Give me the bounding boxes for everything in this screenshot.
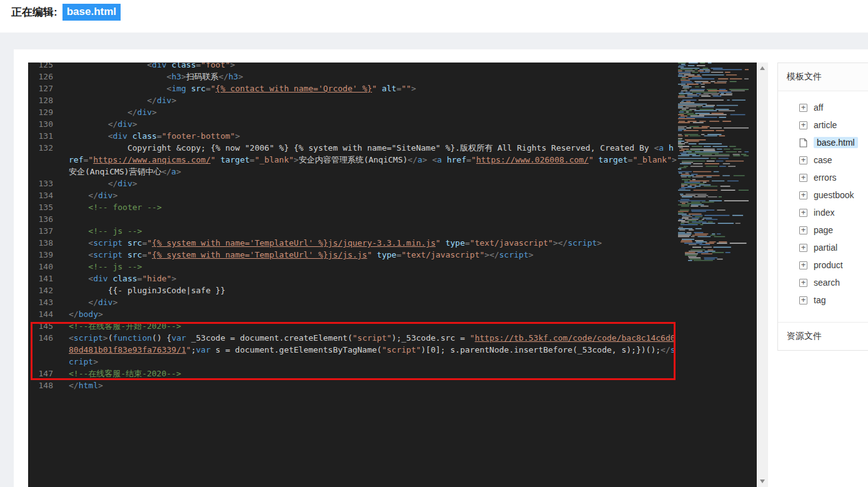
code-line: 138 <script src="{% system with name='Te…: [28, 237, 757, 249]
sidebar-item-aff[interactable]: aff: [778, 99, 868, 116]
sidebar-item-errors[interactable]: errors: [778, 169, 868, 186]
line-number: 127: [28, 83, 53, 94]
code-line: 134 </div>: [28, 189, 757, 201]
line-number: 131: [28, 130, 53, 142]
expand-plus-icon[interactable]: [799, 191, 807, 199]
file-icon: [799, 138, 807, 148]
file-label[interactable]: partial: [814, 243, 837, 253]
code-text: </div>: [69, 296, 678, 308]
code-text: <div class="foot">: [69, 63, 678, 71]
code-line: 146<script>(function() {var _53code = do…: [28, 332, 757, 368]
expand-plus-icon[interactable]: [799, 121, 807, 129]
sidebar-item-guestbook[interactable]: guestbook: [778, 186, 868, 204]
line-number: 135: [28, 201, 53, 213]
file-label[interactable]: search: [814, 278, 840, 288]
line-number: 146: [28, 332, 53, 368]
expand-plus-icon[interactable]: [799, 279, 807, 287]
line-number: 141: [28, 273, 53, 284]
expand-plus-icon[interactable]: [799, 156, 807, 164]
template-file-list: affarticlebase.htmlcaseerrorsguestbookin…: [778, 99, 868, 309]
line-number: 125: [28, 63, 53, 71]
file-label[interactable]: product: [814, 260, 843, 270]
expand-plus-icon[interactable]: [799, 226, 807, 234]
expand-plus-icon[interactable]: [799, 244, 807, 252]
sidebar-item-search[interactable]: search: [778, 274, 868, 291]
line-number: 134: [28, 189, 53, 201]
file-label[interactable]: index: [814, 208, 834, 218]
code-line: 145<!--在线客服-开始-2020-->: [28, 320, 757, 332]
expand-plus-icon[interactable]: [799, 209, 807, 217]
editing-file-chip: base.html: [62, 4, 121, 21]
code-line: 139 <script src="{% system with name='Te…: [28, 249, 757, 261]
line-number: 128: [28, 94, 53, 106]
code-line: 140 <!-- js -->: [28, 261, 757, 273]
code-text: </div>: [69, 94, 678, 106]
code-text: <!-- js -->: [69, 225, 678, 237]
line-number: 139: [28, 249, 53, 261]
sidebar-item-index[interactable]: index: [778, 204, 868, 221]
code-line: 133 </div>: [28, 178, 757, 189]
expand-plus-icon[interactable]: [799, 174, 807, 182]
line-number: 130: [28, 118, 53, 130]
code-line: 129 </div>: [28, 106, 757, 118]
scroll-up-icon[interactable]: [760, 66, 765, 70]
code-text: <div class="footer-bottom">: [69, 130, 678, 142]
code-line: 147<!--在线客服-结束-2020-->: [28, 368, 757, 379]
file-label[interactable]: page: [814, 225, 833, 235]
code-line: 143 </div>: [28, 296, 757, 308]
code-lines: 125 <div class="foot">126 <h3>扫码联系</h3>1…: [28, 63, 757, 391]
code-text: <script src="{% system with name='Templa…: [69, 237, 678, 249]
expand-plus-icon[interactable]: [799, 261, 807, 269]
code-line: 137 <!-- js -->: [28, 225, 757, 237]
code-editor[interactable]: 125 <div class="foot">126 <h3>扫码联系</h3>1…: [28, 63, 757, 487]
code-line: 136: [28, 213, 757, 225]
page-title: 正在编辑:: [11, 5, 57, 19]
code-text: Copyright &copy; {% now "2006" %} {% sys…: [69, 142, 678, 178]
expand-plus-icon[interactable]: [799, 104, 807, 112]
file-label[interactable]: article: [814, 120, 837, 130]
code-text: </body>: [69, 308, 678, 320]
minimap[interactable]: [678, 63, 749, 269]
scroll-down-icon[interactable]: [760, 479, 765, 483]
line-number: 142: [28, 284, 53, 296]
file-label[interactable]: aff: [814, 103, 823, 113]
editor-scrollbar[interactable]: [757, 63, 768, 487]
code-line: 142 {{- pluginJsCode|safe }}: [28, 284, 757, 296]
code-line: 130 </div>: [28, 118, 757, 130]
code-line: 148</html>: [28, 379, 757, 391]
sidebar-item-partial[interactable]: partial: [778, 239, 868, 256]
line-number: 126: [28, 71, 53, 83]
code-text: </div>: [69, 189, 678, 201]
code-line: 144</body>: [28, 308, 757, 320]
sidebar-item-product[interactable]: product: [778, 256, 868, 274]
file-label[interactable]: tag: [814, 295, 826, 305]
file-label[interactable]: guestbook: [814, 190, 854, 200]
code-text: <img src="{% contact with name='Qrcode' …: [69, 83, 678, 94]
sidebar-item-tag[interactable]: tag: [778, 291, 868, 309]
resource-files-header[interactable]: 资源文件: [778, 322, 868, 350]
sidebar-item-case[interactable]: case: [778, 151, 868, 169]
file-label[interactable]: case: [814, 155, 832, 165]
line-number: 136: [28, 213, 53, 225]
code-text: <!-- js -->: [69, 261, 678, 273]
line-number: 129: [28, 106, 53, 118]
file-label[interactable]: base.html: [814, 137, 858, 148]
line-number: 132: [28, 142, 53, 178]
line-number: 148: [28, 379, 53, 391]
line-number: 140: [28, 261, 53, 273]
line-number: 138: [28, 237, 53, 249]
topbar: 正在编辑: base.html: [0, 0, 868, 33]
sidebar-item-base-html[interactable]: base.html: [778, 134, 868, 151]
code-text: <div class="hide">: [69, 273, 678, 284]
template-files-header: 模板文件: [778, 63, 868, 91]
code-line: 125 <div class="foot">: [28, 63, 757, 71]
code-text: </html>: [69, 379, 678, 391]
sidebar-item-article[interactable]: article: [778, 116, 868, 134]
line-number: 143: [28, 296, 53, 308]
line-number: 145: [28, 320, 53, 332]
code-line: 132 Copyright &copy; {% now "2006" %} {%…: [28, 142, 757, 178]
expand-plus-icon[interactable]: [799, 296, 807, 304]
code-line: 135 <!-- footer -->: [28, 201, 757, 213]
sidebar-item-page[interactable]: page: [778, 221, 868, 239]
file-label[interactable]: errors: [814, 173, 837, 183]
